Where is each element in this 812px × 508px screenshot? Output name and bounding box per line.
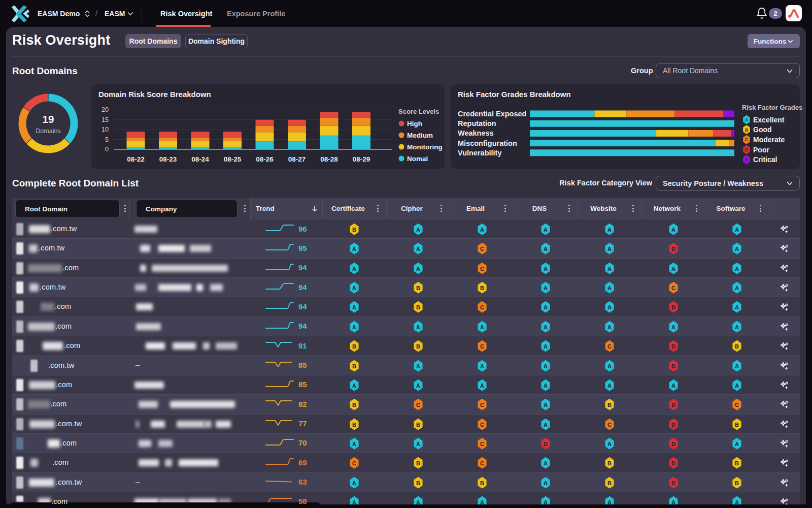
svg-text:A: A [416, 382, 420, 388]
svg-text:A: A [607, 285, 612, 291]
svg-text:B: B [480, 285, 484, 291]
svg-text:B: B [607, 460, 612, 466]
svg-text:A: A [352, 324, 356, 330]
svg-text:C: C [607, 343, 612, 350]
svg-text:Reputation: Reputation [458, 119, 496, 128]
svg-text:C: C [416, 402, 420, 408]
svg-text:D: D [671, 246, 675, 252]
svg-text:A: A [352, 246, 356, 252]
svg-text:A: A [352, 441, 356, 447]
svg-text:C: C [607, 421, 612, 427]
svg-text:A: A [416, 227, 420, 233]
svg-text:5: 5 [105, 136, 109, 143]
svg-text:D: D [671, 343, 675, 350]
svg-text:B: B [352, 363, 356, 369]
svg-text:A: A [607, 441, 612, 447]
svg-text:B: B [416, 304, 420, 310]
svg-text:A: A [544, 324, 548, 330]
svg-text:A: A [544, 460, 548, 466]
svg-text:Medium: Medium [407, 132, 433, 139]
svg-text:A: A [416, 246, 420, 252]
svg-text:A: A [607, 227, 612, 233]
svg-text:Weakness: Weakness [458, 129, 494, 137]
svg-text:08-25: 08-25 [224, 155, 242, 163]
svg-text:C: C [480, 441, 484, 447]
svg-text:C: C [480, 421, 484, 427]
svg-text:A: A [544, 343, 548, 350]
svg-text:A: A [352, 265, 356, 271]
svg-text:Nomal: Nomal [407, 155, 428, 163]
svg-text:B: B [416, 421, 420, 427]
svg-text:B: B [735, 421, 739, 427]
svg-text:A: A [735, 227, 739, 233]
svg-text:B: B [416, 343, 420, 350]
svg-text:A: A [735, 246, 739, 252]
svg-text:A: A [480, 363, 484, 369]
svg-text:A: A [735, 382, 739, 388]
svg-text:A: A [416, 324, 420, 330]
svg-text:A: A [544, 421, 548, 427]
svg-text:A: A [735, 304, 739, 310]
svg-text:D: D [671, 460, 675, 466]
svg-text:08-27: 08-27 [288, 155, 306, 163]
svg-text:D: D [544, 441, 548, 447]
svg-text:A: A [607, 324, 612, 330]
svg-text:A: A [544, 382, 548, 388]
svg-text:D: D [671, 304, 675, 310]
svg-text:08-28: 08-28 [320, 155, 338, 163]
svg-text:B: B [352, 421, 356, 427]
svg-text:A: A [607, 382, 612, 388]
svg-text:A: A [352, 285, 356, 291]
svg-text:A: A [544, 246, 548, 252]
svg-text:A: A [352, 382, 356, 388]
svg-text:C: C [480, 304, 484, 310]
svg-text:Risk Factor Grades: Risk Factor Grades [742, 104, 802, 111]
svg-text:A: A [607, 304, 612, 310]
svg-text:0: 0 [105, 146, 109, 153]
svg-text:B: B [735, 343, 739, 350]
svg-text:C: C [480, 265, 484, 271]
svg-text:B: B [352, 343, 356, 350]
svg-text:A: A [607, 246, 612, 252]
svg-text:A: A [544, 402, 548, 408]
svg-text:A: A [544, 304, 548, 310]
svg-text:A: A [480, 382, 484, 388]
svg-text:D: D [671, 402, 675, 408]
svg-text:A: A [735, 265, 739, 271]
svg-text:A: A [607, 363, 612, 369]
svg-text:A: A [544, 285, 548, 291]
svg-text:C: C [480, 246, 484, 252]
svg-text:A: A [352, 480, 356, 486]
svg-text:Credential Exposed: Credential Exposed [458, 110, 526, 118]
svg-text:B: B [607, 480, 612, 486]
svg-text:A: A [544, 363, 548, 369]
svg-text:A: A [480, 227, 484, 233]
svg-text:Misconfiguration: Misconfiguration [458, 139, 517, 147]
svg-text:D: D [671, 441, 675, 447]
svg-text:A: A [735, 285, 739, 291]
svg-text:D: D [745, 147, 748, 152]
svg-text:B: B [480, 480, 484, 486]
svg-text:B: B [735, 460, 739, 466]
svg-text:C: C [745, 137, 748, 142]
svg-text:A: A [671, 265, 675, 271]
svg-text:Excellent: Excellent [753, 116, 785, 124]
svg-text:B: B [352, 227, 356, 233]
svg-text:08-22: 08-22 [127, 155, 145, 163]
svg-text:A: A [745, 117, 748, 122]
svg-text:D: D [671, 480, 675, 486]
svg-text:A: A [735, 324, 739, 330]
svg-text:A: A [544, 227, 548, 233]
svg-text:10: 10 [101, 126, 109, 133]
svg-text:Vulnerability: Vulnerability [458, 149, 501, 157]
svg-text:08-29: 08-29 [353, 155, 370, 163]
svg-text:Moderate: Moderate [753, 136, 785, 144]
svg-text:Critical: Critical [753, 155, 777, 164]
svg-text:Good: Good [753, 125, 772, 134]
svg-text:D: D [671, 421, 675, 427]
svg-text:A: A [480, 324, 484, 330]
svg-text:B: B [352, 402, 356, 408]
svg-text:C: C [480, 460, 484, 466]
svg-text:C: C [671, 285, 675, 291]
svg-text:A: A [416, 363, 420, 369]
